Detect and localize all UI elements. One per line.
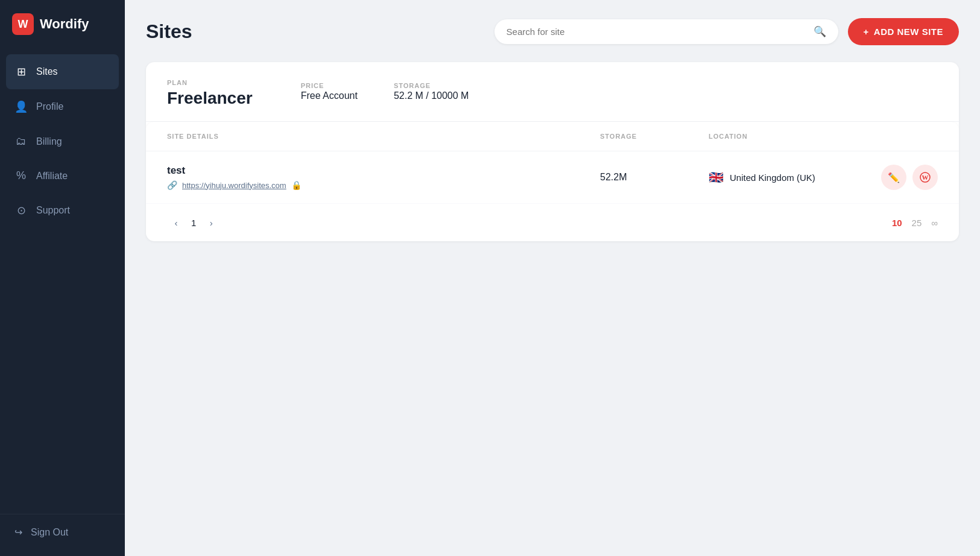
add-site-label: ADD NEW SITE	[874, 27, 943, 37]
search-icon[interactable]: 🔍	[814, 25, 826, 38]
main-content: Sites 🔍 + ADD NEW SITE PLAN Freelancer	[125, 0, 980, 556]
current-page: 1	[191, 218, 196, 228]
signout-label: Sign Out	[31, 527, 68, 538]
sidebar-item-billing[interactable]: 🗂 Billing	[0, 124, 125, 159]
plan-meta: PRICE Free Account STORAGE 52.2 M / 1000…	[301, 82, 469, 101]
storage-label: STORAGE	[394, 82, 469, 89]
col-site-details: SITE DETAILS	[167, 133, 600, 140]
header-right: 🔍 + ADD NEW SITE	[495, 18, 959, 45]
col-storage: STORAGE	[600, 133, 709, 140]
page-title: Sites	[146, 21, 192, 43]
billing-icon: 🗂	[14, 135, 28, 148]
col-actions	[865, 133, 938, 140]
profile-icon: 👤	[14, 100, 28, 113]
site-storage: 52.2M	[600, 172, 709, 183]
site-location: 🇬🇧 United Kingdom (UK)	[709, 170, 865, 185]
add-site-button[interactable]: + ADD NEW SITE	[848, 18, 959, 45]
sidebar: W Wordify ⊞ Sites 👤 Profile 🗂 Billing % …	[0, 0, 125, 556]
page-size-10[interactable]: 10	[892, 218, 902, 228]
sidebar-item-support[interactable]: ⊙ Support	[0, 193, 125, 228]
site-details-cell: test 🔗 https://yihuju.wordifysites.com 🔒	[167, 165, 600, 190]
sidebar-item-profile[interactable]: 👤 Profile	[0, 89, 125, 124]
table-header: SITE DETAILS STORAGE LOCATION	[146, 122, 959, 151]
price-label: PRICE	[301, 82, 358, 89]
page-size-options: 10 25 ∞	[892, 218, 938, 228]
logo-text: Wordify	[40, 16, 89, 32]
logo-icon: W	[12, 13, 34, 35]
lock-icon: 🔒	[291, 180, 302, 190]
content-wrapper: PLAN Freelancer PRICE Free Account STORA…	[146, 62, 959, 241]
table-row: test 🔗 https://yihuju.wordifysites.com 🔒…	[146, 151, 959, 204]
flag-icon: 🇬🇧	[709, 170, 724, 185]
sidebar-item-sites[interactable]: ⊞ Sites	[6, 54, 119, 89]
plan-section: PLAN Freelancer PRICE Free Account STORA…	[146, 62, 959, 122]
sidebar-label-support: Support	[36, 205, 70, 216]
sidebar-nav: ⊞ Sites 👤 Profile 🗂 Billing % Affiliate …	[0, 48, 125, 514]
edit-button[interactable]: ✏️	[881, 165, 906, 190]
site-name: test	[167, 165, 600, 177]
page-size-25[interactable]: 25	[912, 218, 922, 228]
action-buttons: ✏️ W	[865, 165, 938, 190]
search-input[interactable]	[507, 27, 808, 37]
plan-price: PRICE Free Account	[301, 82, 358, 101]
logo[interactable]: W Wordify	[0, 0, 125, 48]
search-bar: 🔍	[495, 19, 838, 44]
sidebar-label-sites: Sites	[36, 66, 58, 77]
sidebar-label-affiliate: Affiliate	[36, 171, 68, 182]
site-url-row: 🔗 https://yihuju.wordifysites.com 🔒	[167, 180, 600, 190]
plan-name-block: PLAN Freelancer	[167, 79, 253, 108]
price-value: Free Account	[301, 90, 358, 101]
sidebar-footer: ↪ Sign Out	[0, 514, 125, 556]
prev-page-button[interactable]: ‹	[167, 213, 185, 232]
col-location: LOCATION	[709, 133, 865, 140]
add-icon: +	[864, 27, 869, 37]
pagination: ‹ 1 › 10 25 ∞	[146, 204, 959, 241]
sidebar-label-billing: Billing	[36, 136, 62, 147]
plan-name: Freelancer	[167, 89, 253, 108]
signout-icon: ↪	[14, 526, 22, 538]
sites-icon: ⊞	[14, 65, 28, 78]
sidebar-item-affiliate[interactable]: % Affiliate	[0, 159, 125, 193]
plan-header: PLAN Freelancer PRICE Free Account STORA…	[167, 79, 938, 108]
signout-item[interactable]: ↪ Sign Out	[14, 526, 110, 538]
sites-table: SITE DETAILS STORAGE LOCATION test 🔗 htt…	[146, 122, 959, 241]
svg-text:W: W	[922, 174, 929, 181]
location-text: United Kingdom (UK)	[730, 172, 815, 183]
sidebar-label-profile: Profile	[36, 101, 63, 112]
affiliate-icon: %	[14, 169, 28, 182]
page-controls: ‹ 1 ›	[167, 213, 220, 232]
plan-storage: STORAGE 52.2 M / 10000 M	[394, 82, 469, 101]
header: Sites 🔍 + ADD NEW SITE	[146, 18, 959, 45]
storage-value: 52.2 M / 10000 M	[394, 90, 469, 101]
link-icon: 🔗	[167, 180, 177, 190]
next-page-button[interactable]: ›	[202, 213, 220, 232]
plan-label: PLAN	[167, 79, 253, 86]
site-url[interactable]: https://yihuju.wordifysites.com	[182, 181, 286, 190]
support-icon: ⊙	[14, 204, 28, 217]
page-size-all[interactable]: ∞	[931, 218, 938, 228]
wordpress-button[interactable]: W	[912, 165, 938, 190]
